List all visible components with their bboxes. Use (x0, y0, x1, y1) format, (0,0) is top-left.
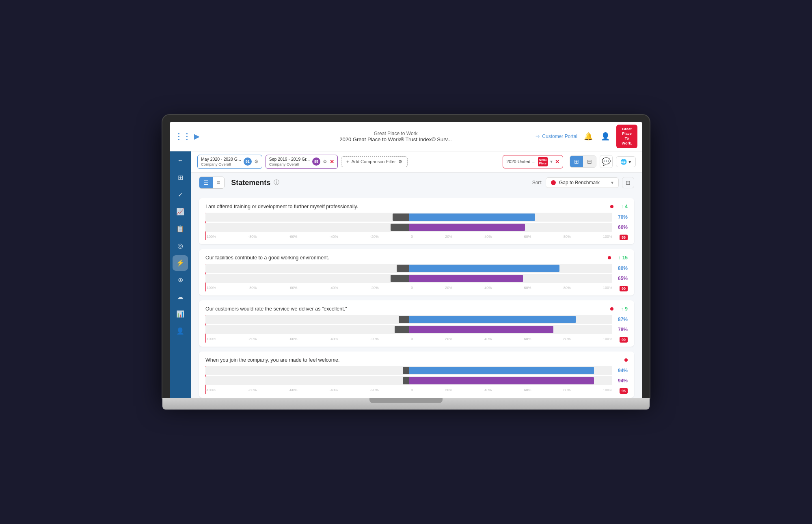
bar2-positive (409, 377, 594, 384)
statement-delta: ↑15 (613, 255, 628, 261)
page-title: Statements (231, 179, 270, 187)
main-layout: ← ⊞ ✓ 📈 📋 ◎ ⚡ ⊕ ☁ 📊 👤 (170, 151, 642, 398)
header-right: ⇒ Customer Portal 🔔 👤 Great Place To Wor… (536, 125, 637, 149)
sidebar: ← ⊞ ✓ 📈 📋 ◎ ⚡ ⊕ ☁ 📊 👤 (170, 151, 191, 398)
filter1-score: 91 (244, 157, 252, 166)
filter-chip-2[interactable]: Sep 2019 - 2019 Gr... Company Overall 85… (266, 155, 338, 169)
sidebar-item-groups[interactable]: ⊕ (173, 272, 188, 288)
sort-label: Sort: (532, 180, 542, 185)
add-filter-button[interactable]: + Add Comparison Filter ⚙ (341, 156, 408, 167)
globe-icon: 🌐 (620, 159, 627, 165)
axis-labels: -100%-80%-60%-40%-20%020%40%60%80%100% (205, 337, 612, 341)
page-title-area: Statements ⓘ (231, 179, 279, 187)
axis-label: 0 (411, 286, 413, 290)
sidebar-item-user[interactable]: 👤 (173, 323, 188, 339)
bar-row-2: 65% (205, 274, 628, 283)
axis-label: -20% (370, 337, 379, 341)
filter-bar: May 2020 - 2020 G... Company Overall 91 … (191, 151, 642, 173)
axis-label: 40% (484, 235, 492, 239)
sidebar-item-dashboard[interactable]: ⊞ (173, 170, 188, 185)
toolbar: ☰ ≡ Statements ⓘ Sort: (191, 173, 642, 193)
comment-button[interactable]: 💬 (600, 155, 613, 168)
globe-expand-icon: ▾ (628, 159, 631, 165)
axis-label: 20% (445, 286, 452, 290)
axis-label: -20% (370, 286, 379, 290)
bar-row-2: 78% (205, 325, 628, 334)
portal-arrow-icon: ⇒ (536, 134, 540, 139)
content-area: May 2020 - 2020 G... Company Overall 91 … (191, 151, 642, 398)
sidebar-item-check[interactable]: ✓ (173, 187, 188, 203)
statement-meta: ↑9 (605, 306, 628, 312)
filter1-title: May 2020 - 2020 G... (201, 157, 241, 162)
benchmark-dot-icon (610, 307, 613, 311)
benchmark-badge: 90 (620, 337, 628, 343)
bar-row-2: 66% (205, 223, 628, 232)
statement-header: Our facilities contribute to a good work… (205, 255, 628, 261)
axis-label: 100% (603, 235, 612, 239)
axis-label: -100% (205, 337, 216, 341)
axis-label: -40% (330, 388, 338, 392)
filter1-settings-icon[interactable]: ⚙ (254, 159, 259, 164)
view-expanded-button[interactable]: ☰ (199, 177, 213, 188)
view-toggle-grid-button[interactable]: ⊞ (570, 156, 583, 167)
axis-label: -80% (248, 235, 257, 239)
bar2-positive (409, 275, 523, 282)
sidebar-item-circle[interactable]: ◎ (173, 238, 188, 254)
bar-chart-area-1 (205, 264, 612, 273)
filter-chip-2-text: Sep 2019 - 2019 Gr... Company Overall (269, 157, 310, 167)
statement-item: Our facilities contribute to a good work… (199, 249, 634, 295)
nav-back-button[interactable]: ← (170, 155, 191, 166)
axis-label: -100% (205, 388, 216, 392)
axis-label: 0 (411, 235, 413, 239)
expand-icon[interactable]: ▶ (194, 132, 200, 141)
sidebar-item-statements[interactable]: ⚡ (173, 255, 188, 271)
bar-chart-area-2 (205, 376, 612, 385)
statement-delta: ↑4 (616, 204, 628, 209)
benchmark-score: 90 (612, 335, 628, 343)
customer-portal-button[interactable]: ⇒ Customer Portal (536, 134, 577, 139)
axis-label: 40% (484, 337, 492, 341)
sort-dropdown[interactable]: Gap to Benchmark ▾ (546, 177, 619, 188)
logo-line1: Great (622, 127, 632, 131)
statement-item: Our customers would rate the service we … (199, 300, 634, 347)
sidebar-item-cloud[interactable]: ☁ (173, 289, 188, 305)
bar2-value: 78% (612, 327, 628, 332)
sort-dot-icon (551, 180, 556, 185)
bar-row-2: 94% (205, 376, 628, 385)
axis-label: -100% (205, 235, 216, 239)
filter2-score: 85 (312, 157, 320, 166)
chart-wrapper: 87% 78% -100%-80%-60%-40%-20%020%40%60%8… (205, 315, 628, 343)
bar2-negative (403, 377, 409, 384)
statement-meta (620, 358, 628, 362)
info-icon[interactable]: ⓘ (274, 179, 279, 186)
benchmark-gptw-logo: Great Place (538, 157, 548, 166)
customer-portal-label: Customer Portal (542, 134, 577, 139)
filter-chip-1[interactable]: May 2020 - 2020 G... Company Overall 91 … (197, 155, 262, 169)
statement-text: Our facilities contribute to a good work… (205, 255, 329, 261)
filter2-close-icon[interactable]: ✕ (330, 159, 334, 164)
benchmark-filter[interactable]: 2020 United ... Great Place ▾ ✕ (503, 155, 563, 168)
bar1-negative (403, 367, 409, 374)
laptop-bezel: ⋮⋮ ▶ Great Place to Work 2020 Great Plac… (162, 115, 650, 398)
globe-button[interactable]: 🌐 ▾ (616, 156, 636, 167)
filter-options-button[interactable]: ⊟ (622, 177, 634, 188)
sidebar-item-trend[interactable]: 📈 (173, 204, 188, 220)
statement-header: When you join the company, you are made … (205, 357, 628, 363)
user-profile-button[interactable]: 👤 (599, 130, 611, 142)
view-toggle-list-button[interactable]: ⊟ (583, 156, 596, 167)
notifications-button[interactable]: 🔔 (582, 130, 594, 142)
bar2-positive (409, 224, 525, 231)
benchmark-expand-icon[interactable]: ▾ (550, 159, 553, 164)
filter2-settings-icon[interactable]: ⚙ (323, 159, 327, 164)
top-header: ⋮⋮ ▶ Great Place to Work 2020 Great Plac… (170, 122, 642, 151)
statements-container: I am offered training or development to … (199, 198, 634, 398)
sidebar-item-chart[interactable]: 📊 (173, 306, 188, 322)
view-compact-button[interactable]: ≡ (213, 177, 224, 188)
sidebar-item-list[interactable]: 📋 (173, 221, 188, 237)
axis-label: -40% (330, 286, 338, 290)
bar-row-1: 94% (205, 366, 628, 375)
logo-line3: To (625, 136, 629, 140)
benchmark-close-icon[interactable]: ✕ (555, 159, 559, 165)
axis-label: 0 (411, 388, 413, 392)
header-center: Great Place to Work 2020 Great Place to … (256, 131, 536, 142)
